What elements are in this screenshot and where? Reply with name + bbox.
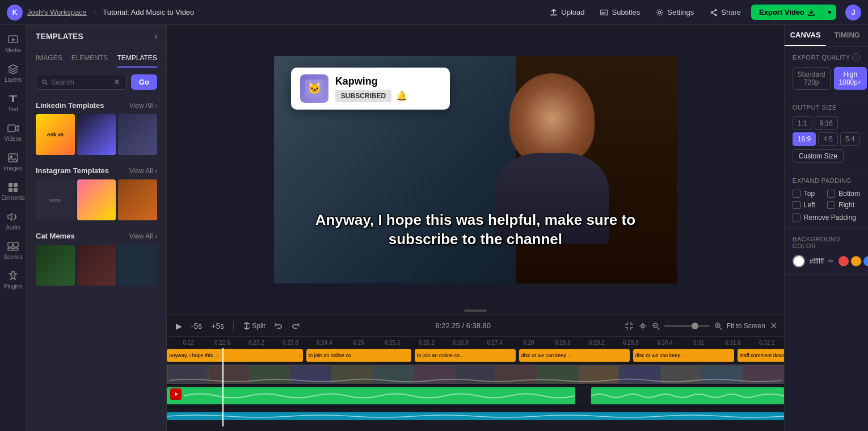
collapse-panel-button[interactable]: ‹ bbox=[154, 32, 157, 41]
export-quality-info[interactable]: ? bbox=[852, 53, 860, 61]
size-4-5-button[interactable]: 4:5 bbox=[818, 132, 838, 146]
subscribed-button[interactable]: SUBSCRIBED bbox=[335, 90, 391, 102]
subtitle-seg-5[interactable]: staff comment down below.! bbox=[738, 349, 784, 362]
video-track[interactable] bbox=[167, 363, 784, 384]
fit-screen-button[interactable]: Fit to Screen bbox=[727, 322, 765, 330]
color-preset-orange[interactable] bbox=[851, 256, 861, 266]
sidebar-item-elements[interactable]: Elements bbox=[0, 177, 26, 206]
canvas-resize-handle[interactable] bbox=[464, 309, 487, 312]
high-1080p-button[interactable]: High 1080p+ bbox=[834, 67, 867, 90]
cat-meme-template-2[interactable] bbox=[77, 245, 116, 286]
padding-bottom[interactable]: Bottom bbox=[827, 190, 860, 198]
custom-size-button[interactable]: Custom Size bbox=[793, 149, 844, 163]
search-clear-button[interactable]: ✕ bbox=[113, 77, 120, 86]
padding-bottom-checkbox[interactable] bbox=[827, 190, 835, 198]
color-swatch-white[interactable] bbox=[793, 255, 805, 267]
sidebar-item-audio[interactable]: Audio bbox=[0, 207, 26, 235]
share-button[interactable]: Share bbox=[704, 6, 747, 19]
subtitle-seg-4[interactable]: disc or we can keep ... bbox=[633, 349, 734, 362]
tab-canvas[interactable]: CANVAS bbox=[785, 25, 827, 46]
padding-right[interactable]: Right bbox=[827, 201, 860, 209]
cat-meme-template-3[interactable] bbox=[118, 245, 157, 286]
tab-images[interactable]: IMAGES bbox=[36, 54, 62, 68]
zoom-slider-area bbox=[664, 325, 710, 327]
svg-marker-27 bbox=[175, 392, 178, 396]
undo-button[interactable] bbox=[272, 320, 285, 332]
export-dropdown-button[interactable]: ▾ bbox=[823, 5, 836, 20]
size-9-16-button[interactable]: 9:16 bbox=[815, 116, 838, 130]
sidebar-item-videos[interactable]: Videos bbox=[0, 118, 26, 147]
svg-point-5 bbox=[715, 9, 717, 11]
panel-header: TEMPLATES ‹ bbox=[27, 25, 166, 48]
zoom-slider[interactable] bbox=[664, 325, 710, 327]
subtitle-seg-0[interactable]: Anyway, I hope this ... | bbox=[167, 349, 303, 362]
size-1-1-button[interactable]: 1:1 bbox=[793, 116, 812, 130]
subtitle-seg-2[interactable]: to join an online co... bbox=[415, 349, 516, 362]
media-icon bbox=[7, 34, 19, 45]
subtitle-seg-1[interactable]: to join an online co... bbox=[306, 349, 411, 362]
timeline-close-button[interactable]: ✕ bbox=[770, 320, 777, 331]
user-avatar[interactable]: J bbox=[845, 5, 861, 20]
sidebar-item-images[interactable]: Images bbox=[0, 148, 26, 176]
tab-elements[interactable]: ELEMENTS bbox=[71, 54, 108, 68]
size-5-4-button[interactable]: 5:4 bbox=[840, 132, 860, 146]
sidebar-item-text[interactable]: Text bbox=[0, 89, 26, 117]
play-button[interactable]: ▶ bbox=[174, 319, 184, 333]
color-preset-blue[interactable] bbox=[863, 256, 868, 266]
right-panel: CANVAS TIMING EXPORT QUALITY ? Standard … bbox=[784, 25, 868, 431]
subtitle-text: Anyway, I hope this was helpful, make su… bbox=[294, 211, 656, 249]
sidebar-item-layers[interactable]: Layers bbox=[0, 59, 26, 87]
export-main-button[interactable]: Export Video bbox=[751, 5, 823, 20]
instagram-template-1[interactable]: Social bbox=[36, 179, 75, 220]
svg-point-7 bbox=[711, 11, 713, 13]
sidebar-item-media[interactable]: Media bbox=[0, 30, 26, 58]
tab-timing[interactable]: TIMING bbox=[826, 25, 868, 46]
padding-left[interactable]: Left bbox=[793, 201, 824, 209]
redo-button[interactable] bbox=[289, 320, 302, 332]
svg-point-4 bbox=[659, 11, 661, 13]
tab-templates[interactable]: TEMPLATES bbox=[117, 54, 157, 68]
instagram-template-2[interactable] bbox=[77, 179, 116, 220]
cat-meme-template-1[interactable] bbox=[36, 245, 75, 286]
upload-icon bbox=[550, 9, 558, 16]
ruler-mark-17: 6:32.2 bbox=[750, 340, 784, 346]
ruler-mark-11: 6:28.6 bbox=[546, 340, 580, 346]
remove-padding-checkbox[interactable] bbox=[793, 214, 800, 221]
bell-icon[interactable]: 🔔 bbox=[396, 90, 407, 101]
search-input[interactable] bbox=[51, 78, 110, 86]
music-track[interactable] bbox=[167, 406, 784, 426]
instagram-template-3[interactable] bbox=[118, 179, 157, 220]
remove-padding[interactable]: Remove Padding bbox=[793, 214, 860, 221]
audio-track[interactable] bbox=[167, 384, 784, 406]
instagram-view-all[interactable]: View All › bbox=[129, 167, 157, 175]
subtitle-track[interactable]: Anyway, I hope this ... | to join an onl… bbox=[167, 348, 784, 363]
subtitles-button[interactable]: Subtitles bbox=[595, 6, 646, 19]
padding-top-checkbox[interactable] bbox=[793, 190, 800, 198]
linkedin-template-2[interactable] bbox=[77, 114, 116, 155]
subtitle-seg-3[interactable]: disc or we can keep ... bbox=[519, 349, 630, 362]
layers-icon bbox=[7, 64, 19, 75]
linkedin-view-all[interactable]: View All › bbox=[129, 102, 157, 110]
color-preset-red[interactable] bbox=[838, 256, 849, 266]
settings-button[interactable]: Settings bbox=[650, 6, 700, 19]
ruler-mark-16: 6:31.6 bbox=[716, 340, 750, 346]
upload-button[interactable]: Upload bbox=[544, 6, 590, 19]
color-edit-icon[interactable]: ✏ bbox=[828, 257, 834, 265]
padding-left-checkbox[interactable] bbox=[793, 201, 800, 209]
padding-top[interactable]: Top bbox=[793, 190, 824, 198]
cat-memes-view-all[interactable]: View All › bbox=[129, 232, 157, 240]
sidebar-item-scenes[interactable]: Scenes bbox=[0, 236, 26, 265]
padding-right-checkbox[interactable] bbox=[827, 201, 835, 209]
music-waveform bbox=[167, 413, 784, 420]
image-icon bbox=[7, 152, 19, 164]
linkedin-template-1[interactable]: Ask us bbox=[36, 114, 75, 155]
plus5-button[interactable]: +5s bbox=[209, 319, 226, 333]
split-button[interactable]: Split bbox=[241, 320, 267, 332]
size-16-9-button[interactable]: 16:9 bbox=[793, 132, 816, 146]
workspace-link[interactable]: Josh's Workspace bbox=[27, 8, 87, 16]
linkedin-template-3[interactable] bbox=[118, 114, 157, 155]
minus5-button[interactable]: -5s bbox=[189, 319, 204, 333]
standard-720p-button[interactable]: Standard 720p bbox=[793, 67, 831, 90]
sidebar-item-plugins[interactable]: Plugins bbox=[0, 266, 26, 294]
go-button[interactable]: Go bbox=[131, 74, 157, 90]
